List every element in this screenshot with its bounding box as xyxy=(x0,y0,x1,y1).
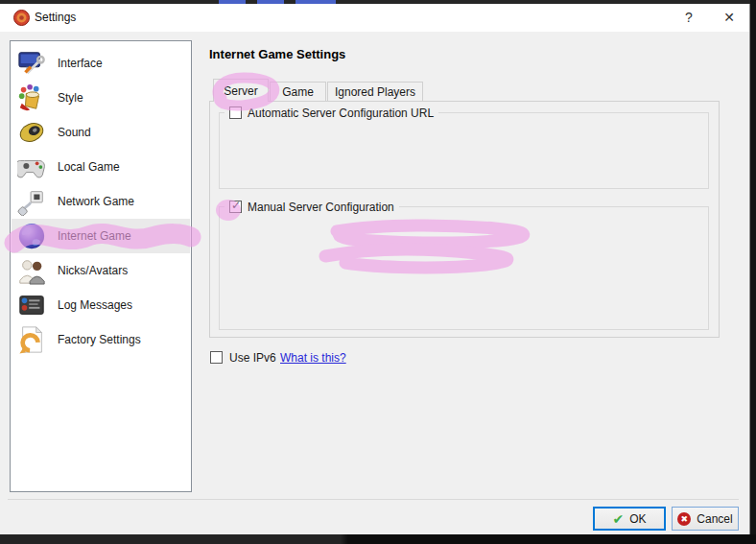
cancel-button-label: Cancel xyxy=(697,512,732,526)
page-title: Internet Game Settings xyxy=(209,47,345,61)
use-ipv6-checkbox[interactable] xyxy=(210,351,223,364)
sidebar-item-label: Internet Game xyxy=(58,229,131,243)
local-game-icon xyxy=(17,153,46,181)
automatic-server-config-checkbox[interactable] xyxy=(229,106,242,119)
what-is-this-link[interactable]: What is this? xyxy=(280,347,346,368)
manual-server-config-label: Manual Server Configuration xyxy=(248,201,394,214)
sidebar-item-internet-game[interactable]: Internet Game xyxy=(12,219,190,253)
tab-ignored-players[interactable]: Ignored Players xyxy=(327,82,423,102)
sidebar-item-label: Log Messages xyxy=(58,298,132,312)
network-game-icon xyxy=(17,187,46,216)
nicks-avatars-icon xyxy=(17,256,46,285)
style-icon xyxy=(17,83,46,112)
sidebar-item-factory-settings[interactable]: Factory Settings xyxy=(12,322,190,357)
automatic-server-config-header: Automatic Server Configuration URL xyxy=(224,105,438,121)
sidebar-item-nicks-avatars[interactable]: Nicks/Avatars xyxy=(12,253,190,288)
sidebar-item-log-messages[interactable]: Log Messages xyxy=(12,288,190,322)
interface-icon xyxy=(17,49,46,78)
sidebar-item-interface[interactable]: Interface xyxy=(12,46,190,81)
background-bottom-strip xyxy=(0,534,756,544)
pokerth-logo-icon xyxy=(13,10,30,26)
footer-separator xyxy=(8,499,739,500)
factory-settings-icon xyxy=(17,325,46,354)
sidebar-item-network-game[interactable]: Network Game xyxy=(12,184,190,219)
ok-check-icon: ✔ xyxy=(612,512,624,526)
manual-server-config-header: Manual Server Configuration xyxy=(224,199,399,215)
sidebar-item-label: Sound xyxy=(58,126,91,139)
manual-server-config-checkbox[interactable] xyxy=(229,201,242,213)
manual-server-config-group: Manual Server Configuration xyxy=(219,206,709,330)
tab-server[interactable]: Server xyxy=(213,79,269,102)
sidebar-item-sound[interactable]: Sound xyxy=(12,115,190,150)
automatic-server-config-group: Automatic Server Configuration URL xyxy=(219,112,709,189)
help-button[interactable]: ? xyxy=(674,4,703,32)
sidebar-item-style[interactable]: Style xyxy=(12,81,190,115)
background-right-strip xyxy=(750,0,756,544)
sidebar-item-label: Factory Settings xyxy=(58,333,141,346)
sidebar-item-label: Nicks/Avatars xyxy=(58,264,128,277)
sidebar-item-local-game[interactable]: Local Game xyxy=(12,150,190,184)
settings-category-list: Interface Style Sound xyxy=(10,40,192,492)
ok-button[interactable]: ✔ OK xyxy=(593,507,666,531)
cancel-x-icon: ✖ xyxy=(677,512,691,526)
tab-game[interactable]: Game xyxy=(270,82,326,102)
automatic-server-config-label: Automatic Server Configuration URL xyxy=(248,106,434,120)
close-button[interactable]: ✕ xyxy=(715,4,744,32)
sound-icon xyxy=(17,118,46,147)
sidebar-item-label: Local Game xyxy=(58,160,120,174)
sidebar-item-label: Network Game xyxy=(58,195,134,208)
sidebar-item-label: Interface xyxy=(58,57,103,70)
use-ipv6-label: Use IPv6 xyxy=(229,347,276,368)
title-bar: Settings ? ✕ xyxy=(0,4,749,32)
settings-dialog: Settings ? ✕ Interface xyxy=(0,4,750,534)
log-messages-icon xyxy=(17,291,46,319)
internet-game-icon xyxy=(17,222,46,250)
cancel-button[interactable]: ✖ Cancel xyxy=(672,507,739,531)
sidebar-item-label: Style xyxy=(58,91,83,105)
ok-button-label: OK xyxy=(629,512,646,526)
window-title: Settings xyxy=(35,4,76,32)
